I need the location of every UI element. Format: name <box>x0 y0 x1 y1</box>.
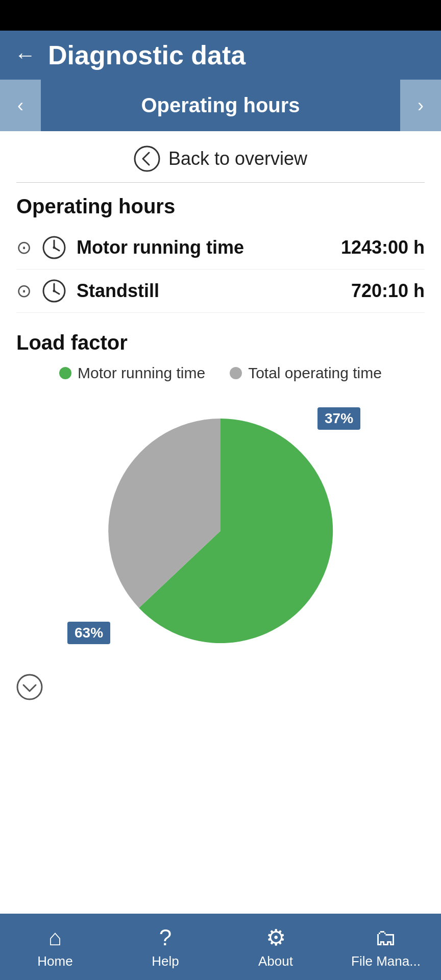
status-bar <box>0 0 441 31</box>
tab-operating-hours[interactable]: Operating hours <box>41 80 400 131</box>
back-circle-icon <box>134 145 160 172</box>
nav-help-button[interactable]: ? Help <box>110 914 220 980</box>
pie-chart <box>103 413 338 648</box>
help-icon: ? <box>159 925 172 950</box>
nav-about-label: About <box>258 953 293 969</box>
motor-clock-icon <box>42 235 66 260</box>
chart-expand-button[interactable] <box>16 664 425 710</box>
pie-chart-container: 37% 63% <box>88 398 353 664</box>
home-icon: ⌂ <box>48 925 62 950</box>
nav-help-label: Help <box>152 953 179 969</box>
main-content: Back to overview Operating hours ⊙ Motor… <box>0 131 441 914</box>
nav-home-button[interactable]: ⌂ Home <box>0 914 110 980</box>
motor-running-time-label: Motor running time <box>77 237 331 258</box>
nav-file-manager-label: File Mana... <box>351 953 421 969</box>
standstill-chevron-icon[interactable]: ⊙ <box>16 280 32 302</box>
nav-file-manager-button[interactable]: 🗂 File Mana... <box>331 914 441 980</box>
standstill-label: Standstill <box>77 280 341 302</box>
motor-running-time-value: 1243:00 h <box>341 237 425 258</box>
page-title: Diagnostic data <box>48 40 246 70</box>
gear-icon: ⚙ <box>266 924 286 950</box>
back-button[interactable]: ← <box>14 43 36 67</box>
file-manager-icon: 🗂 <box>375 925 397 950</box>
pie-label-63: 63% <box>67 622 110 644</box>
svg-point-4 <box>53 247 56 249</box>
expand-chevron-icon <box>16 674 43 700</box>
motor-chevron-icon[interactable]: ⊙ <box>16 237 32 258</box>
svg-point-0 <box>135 146 159 171</box>
nav-about-button[interactable]: ⚙ About <box>220 914 331 980</box>
standstill-row: ⊙ Standstill 720:10 h <box>16 270 425 313</box>
chart-legend: Motor running time Total operating time <box>16 364 425 382</box>
svg-point-11 <box>17 675 42 699</box>
load-factor-title: Load factor <box>16 331 425 354</box>
tab-navigation: ‹ Operating hours › <box>0 80 441 131</box>
standstill-clock-icon <box>42 279 66 303</box>
back-to-overview-button[interactable]: Back to overview <box>16 131 425 183</box>
standstill-value: 720:10 h <box>351 280 425 302</box>
legend-total-label: Total operating time <box>248 364 382 382</box>
bottom-spacer <box>16 710 425 741</box>
legend-dot-green <box>59 367 71 379</box>
load-factor-section: Load factor Motor running time Total ope… <box>16 331 425 710</box>
nav-home-label: Home <box>37 953 72 969</box>
legend-motor-running-time: Motor running time <box>59 364 205 382</box>
motor-running-time-row: ⊙ Motor running time 1243:00 h <box>16 226 425 270</box>
tab-prev-button[interactable]: ‹ <box>0 80 41 131</box>
operating-hours-title: Operating hours <box>16 195 425 218</box>
bottom-navigation: ⌂ Home ? Help ⚙ About 🗂 File Mana... <box>0 914 441 980</box>
header: ← Diagnostic data <box>0 31 441 80</box>
legend-dot-gray <box>230 367 242 379</box>
legend-motor-label: Motor running time <box>78 364 205 382</box>
tab-next-button[interactable]: › <box>400 80 441 131</box>
pie-label-37: 37% <box>317 407 360 430</box>
legend-total-operating-time: Total operating time <box>230 364 382 382</box>
back-overview-label: Back to overview <box>168 148 307 169</box>
svg-point-8 <box>53 290 56 292</box>
